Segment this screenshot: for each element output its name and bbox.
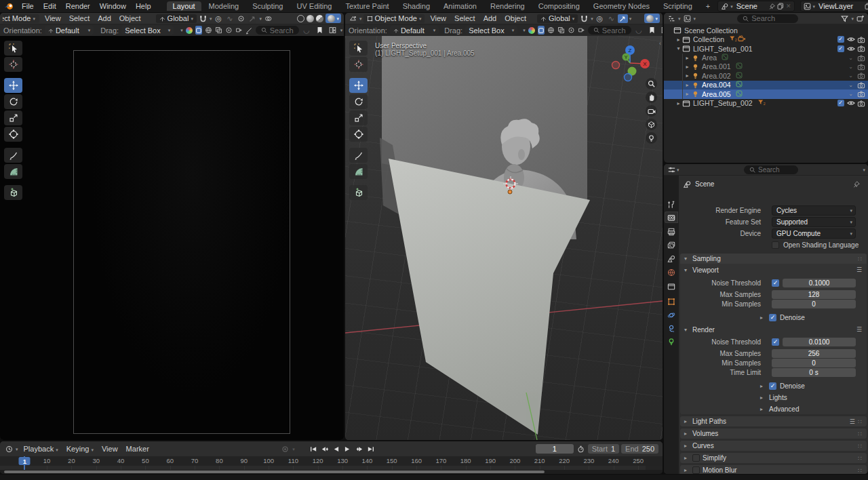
workspace-tab-layout[interactable]: Layout: [167, 1, 201, 11]
outliner-row-area-005[interactable]: ▸Area.005⌄: [664, 89, 868, 98]
smile-toggle-icon[interactable]: ◡: [302, 26, 312, 35]
sampling-render-subheader[interactable]: ▾Render ☰: [680, 325, 867, 334]
preset-icon[interactable]: ☰: [856, 326, 863, 333]
camera-toggle-icon[interactable]: [856, 45, 865, 52]
zoom-icon[interactable]: [646, 78, 657, 89]
menu-window[interactable]: Window: [95, 1, 131, 11]
vp-max-samples-field[interactable]: 128: [772, 290, 856, 299]
eye-toggle-icon[interactable]: [846, 36, 855, 43]
workspace-tab-animation[interactable]: Animation: [437, 1, 483, 11]
drag-dots-icon[interactable]: ∷: [858, 418, 863, 425]
chevron-toggle-icon[interactable]: ⌄: [846, 73, 855, 79]
properties-tab-scene[interactable]: [665, 253, 678, 264]
falloff-curve-icon[interactable]: ∿: [224, 14, 235, 23]
new-scene-icon[interactable]: [777, 3, 784, 9]
viewport-menu-add[interactable]: Add: [479, 14, 501, 22]
rn-min-samples-field[interactable]: 0: [772, 359, 856, 367]
compositor-icon[interactable]: [578, 26, 585, 35]
jump-to-end-button[interactable]: [366, 445, 376, 454]
expand-arrow-icon[interactable]: ▸: [684, 91, 690, 97]
simplify-checkbox[interactable]: [692, 454, 700, 462]
timeline-scrollbar-thumb[interactable]: [4, 471, 545, 473]
jump-to-start-button[interactable]: [309, 445, 318, 454]
editor-layout-icon[interactable]: [328, 26, 338, 35]
start-frame-field[interactable]: Start1: [588, 444, 619, 454]
tool-add-cube[interactable]: [349, 185, 368, 200]
current-frame-badge[interactable]: 1: [19, 457, 31, 465]
camera-toggle-icon[interactable]: [856, 63, 865, 71]
shading-solid-icon[interactable]: [307, 15, 314, 22]
overlay-globe-icon[interactable]: [205, 26, 212, 35]
preset-icon[interactable]: ☰: [856, 266, 863, 273]
xray-icon[interactable]: [215, 26, 222, 35]
viewport-left-canvas[interactable]: [0, 36, 344, 440]
workspace-tab-compositing[interactable]: Compositing: [532, 1, 586, 11]
menu-help[interactable]: Help: [131, 1, 156, 11]
advanced-subpanel[interactable]: ▸Advanced: [760, 405, 863, 414]
timeline-editor-icon[interactable]: [4, 445, 14, 454]
collapse-arrow-icon[interactable]: ▾: [675, 45, 682, 52]
vp-noise-threshold-field[interactable]: 0.1000: [783, 279, 856, 287]
sampling-panel-header[interactable]: ▾Sampling∷: [680, 254, 867, 264]
properties-options-icon[interactable]: ▾: [863, 167, 865, 172]
tool-annotate[interactable]: [349, 148, 368, 163]
expand-arrow-icon[interactable]: ▸: [675, 37, 682, 43]
mode-dropdown[interactable]: Object Mode▾: [363, 14, 425, 23]
smile-toggle-icon[interactable]: ◡: [634, 26, 644, 35]
tool-measure[interactable]: [4, 164, 22, 179]
drag-dots-icon[interactable]: ∷: [858, 443, 863, 449]
shading-material-icon[interactable]: [316, 15, 323, 22]
chevron-toggle-icon[interactable]: ⌄: [846, 82, 855, 88]
viewport-menu-select[interactable]: Select: [450, 14, 479, 22]
orthographic-toggle-icon[interactable]: [646, 119, 657, 130]
properties-tab-physics[interactable]: [665, 309, 678, 321]
rn-max-samples-field[interactable]: 256: [772, 349, 856, 358]
workspace-tab-modeling[interactable]: Modeling: [203, 1, 245, 11]
area-light-plane[interactable]: [389, 159, 590, 435]
feature-set-dropdown[interactable]: Supported▾: [772, 217, 856, 227]
viewport-menu-add[interactable]: Add: [94, 14, 115, 22]
camera-toggle-icon[interactable]: [856, 100, 865, 107]
rn-denoise-row[interactable]: ▸✓ Denoise: [760, 382, 863, 391]
outliner-row-light-setup-001[interactable]: ▾LIGHT_Setup_001✓: [664, 44, 868, 53]
properties-tab-render[interactable]: [665, 212, 678, 223]
expand-arrow-icon[interactable]: ▸: [684, 64, 690, 70]
viewport-menu-view[interactable]: View: [426, 14, 450, 22]
properties-tab-collection[interactable]: [665, 281, 678, 292]
proportional-edit-icon[interactable]: ◎: [595, 14, 605, 23]
camera-toggle-icon[interactable]: [856, 72, 865, 79]
pin-icon[interactable]: [853, 181, 860, 188]
breadcrumb-scene[interactable]: Scene: [695, 180, 714, 188]
orientation-dropdown[interactable]: Default▾: [45, 26, 94, 35]
viewport-menu-object[interactable]: Object: [500, 14, 530, 22]
expand-arrow-icon[interactable]: ▸: [684, 82, 690, 88]
vp-noise-threshold-checkbox[interactable]: ✓: [772, 279, 779, 287]
workspace-tab-scripting[interactable]: Scripting: [657, 1, 698, 11]
properties-tab-tool[interactable]: [665, 199, 678, 210]
gizmo-toggle-icon[interactable]: [195, 26, 202, 35]
shading-rendered-icon[interactable]: ▾: [644, 14, 660, 23]
chevron-toggle-icon[interactable]: ⌄: [846, 64, 855, 70]
blender-logo-icon[interactable]: [5, 3, 14, 10]
orientation-dropdown[interactable]: Default▾: [390, 26, 439, 35]
checkbox-toggle-icon[interactable]: ✓: [836, 100, 845, 106]
preset-icon[interactable]: ☰: [850, 418, 859, 425]
timeline-menu-keying[interactable]: Keying ▾: [62, 445, 98, 453]
delete-scene-icon[interactable]: ✕: [786, 3, 791, 9]
vp-denoise-checkbox[interactable]: ✓: [769, 314, 776, 321]
panel-motion-blur[interactable]: ▸Motion Blur∷: [680, 465, 867, 474]
camera-toggle-icon[interactable]: [856, 54, 865, 62]
overlay-globe-icon[interactable]: [547, 26, 555, 35]
sampling-viewport-subheader[interactable]: ▾Viewport ☰: [680, 265, 867, 275]
viewport-search[interactable]: Search: [256, 26, 299, 35]
world-overlay-icon[interactable]: [225, 26, 233, 35]
snap-magnet-icon[interactable]: [198, 14, 208, 23]
view-layer-selector[interactable]: ▾ ViewLayer ✕: [800, 1, 868, 12]
properties-tab-world[interactable]: [665, 266, 678, 278]
workspace-tab-geometry-nodes[interactable]: Geometry Nodes: [587, 1, 656, 11]
properties-tab-output[interactable]: [665, 226, 678, 237]
tool-add-cube[interactable]: [4, 185, 22, 200]
timeline-scrollbar[interactable]: [0, 470, 663, 474]
annotation-overlay-icon[interactable]: [245, 26, 253, 35]
snap-magnet-icon[interactable]: [579, 14, 589, 23]
